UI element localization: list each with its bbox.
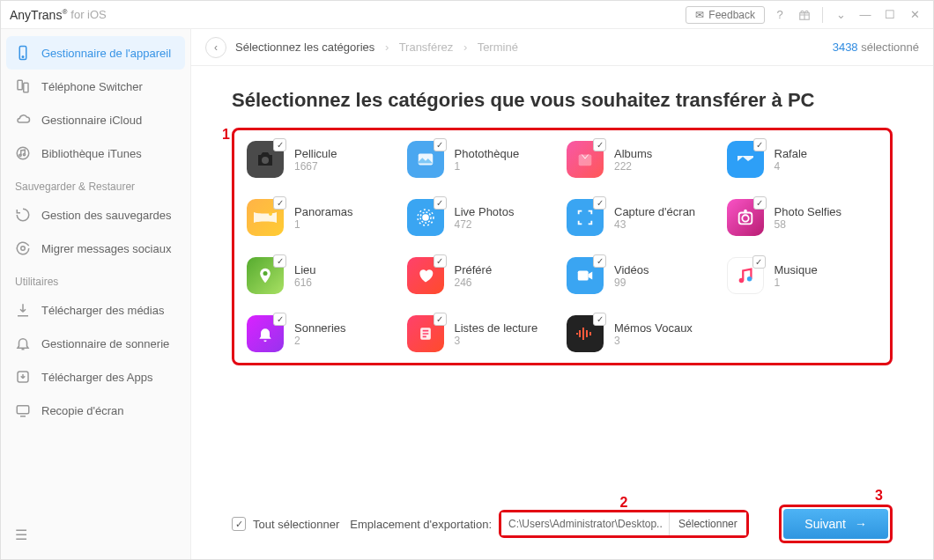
category-checkbox[interactable]: ✓ [434,313,447,326]
selfie-icon: ✓ [727,199,764,236]
category-heart[interactable]: ✓Préféré246 [407,257,559,294]
category-selfie[interactable]: ✓Photo Selfies58 [727,199,878,236]
category-checkbox[interactable]: ✓ [273,254,286,268]
category-photo[interactable]: ✓Photothèque1 [407,141,559,178]
category-pano[interactable]: ✓Panoramas1 [247,199,398,236]
sidebar-item-icloud-manager[interactable]: Gestionnaire iCloud [6,103,185,136]
next-button[interactable]: Suivant → [783,509,888,539]
category-label: Capture d'écran [614,205,695,218]
browse-button[interactable]: Sélectionner [669,512,746,535]
export-path-box: 2 Sélectionner [499,510,749,538]
category-music[interactable]: ✓Musique1 [727,257,878,294]
category-pin[interactable]: ✓Lieu616 [247,257,398,294]
footer-bar: ✓ Tout sélectionner Emplacement d'export… [191,496,933,559]
category-label: Lieu [294,263,316,276]
category-count: 2 [294,335,346,347]
category-album[interactable]: ✓Albums222 [567,141,718,178]
sidebar-item-download-media[interactable]: Télécharger des médias [6,293,185,327]
svg-rect-3 [18,80,22,90]
category-list[interactable]: ✓Listes de lecture3 [407,315,559,352]
help-icon[interactable]: ? [770,5,789,25]
category-checkbox[interactable]: ✓ [752,255,766,269]
category-live[interactable]: ✓Live Photos472 [407,199,559,236]
category-count: 1 [775,276,818,289]
mail-icon: ✉ [695,9,704,21]
chevron-down-icon[interactable]: ⌄ [831,5,850,25]
icloud-manager-icon [15,112,31,128]
album-icon: ✓ [567,141,604,178]
phone-switcher-icon [15,78,31,94]
maximize-icon[interactable]: ☐ [880,5,900,25]
svg-point-24 [738,278,744,284]
category-label: Photothèque [455,147,520,160]
music-icon: ✓ [727,257,764,294]
sidebar-item-backup-manager[interactable]: Gestion des sauvegardes [6,198,185,232]
category-checkbox[interactable]: ✓ [593,313,606,326]
sidebar-item-screen-mirror[interactable]: Recopie d'écran [6,394,185,427]
svg-rect-23 [578,271,589,281]
migrate-social-icon [15,240,31,256]
list-icon: ✓ [407,315,444,352]
sidebar-item-itunes-library[interactable]: Bibliothèque iTunes [6,136,185,170]
sidebar-item-label: Gestionnaire iCloud [41,114,142,127]
sidebar-item-device-manager[interactable]: Gestionnaire de l'appareil [6,36,185,70]
category-checkbox[interactable]: ✓ [593,254,606,268]
photo-icon: ✓ [407,141,444,178]
heart-icon: ✓ [407,257,444,294]
category-bell[interactable]: ✓Sonneries2 [247,315,398,352]
category-checkbox[interactable]: ✓ [593,138,606,151]
hamburger-icon[interactable]: ☰ [6,518,33,552]
category-label: Préféré [455,263,493,276]
category-label: Pellicule [294,147,337,160]
close-icon[interactable]: ✕ [905,5,924,25]
category-checkbox[interactable]: ✓ [753,138,767,151]
screen-mirror-icon [15,402,31,418]
feedback-button[interactable]: ✉ Feedback [686,6,765,24]
category-count: 246 [455,276,493,289]
category-label: Musique [775,263,818,276]
category-count: 222 [614,160,652,173]
page-title: Sélectionnez les catégories que vous sou… [232,89,893,112]
category-checkbox[interactable]: ✓ [434,196,447,210]
back-button[interactable]: ‹ [205,37,226,58]
sidebar-item-download-apps[interactable]: Télécharger des Apps [6,360,185,394]
export-path-input[interactable] [501,512,669,535]
category-checkbox[interactable]: ✓ [273,313,286,326]
svg-point-16 [423,215,428,220]
category-count: 472 [455,218,515,231]
category-label: Rafale [775,147,808,160]
category-checkbox[interactable]: ✓ [434,254,447,268]
sidebar-item-label: Gestion des sauvegardes [41,209,171,222]
category-label: Vidéos [614,263,649,276]
category-checkbox[interactable]: ✓ [273,138,286,151]
svg-rect-10 [17,406,29,414]
category-checkbox[interactable]: ✓ [434,138,447,151]
category-burst[interactable]: ✓Rafale4 [727,141,878,178]
screenshot-icon: ✓ [567,199,604,236]
sidebar-item-phone-switcher[interactable]: Téléphone Switcher [6,70,185,103]
sidebar-item-migrate-social[interactable]: Migrer messages sociaux [6,232,185,265]
category-camera[interactable]: ✓Pellicule1667 [247,141,398,178]
category-label: Listes de lecture [455,321,538,335]
category-screenshot[interactable]: ✓Capture d'écran43 [567,199,718,236]
sidebar-item-ringtone-manager[interactable]: Gestionnaire de sonnerie [6,327,185,360]
category-label: Photo Selfies [775,205,842,218]
category-voice[interactable]: ✓Mémos Vocaux3 [567,315,718,352]
category-checkbox[interactable]: ✓ [753,196,767,210]
annotation-2: 2 [619,495,627,511]
category-count: 43 [614,218,695,231]
select-all-checkbox[interactable]: ✓ [232,517,246,531]
sidebar-item-label: Bibliothèque iTunes [41,147,142,160]
live-icon: ✓ [407,199,444,236]
category-video[interactable]: ✓Vidéos99 [567,257,718,294]
category-count: 1 [455,160,520,173]
category-checkbox[interactable]: ✓ [273,196,286,210]
category-count: 58 [775,218,842,231]
minimize-icon[interactable]: — [856,5,875,25]
gift-icon[interactable] [795,5,814,25]
select-all-label: Tout sélectionner [253,518,339,531]
category-checkbox[interactable]: ✓ [593,196,606,210]
breadcrumb-row: ‹ Sélectionnez les catégories › Transfér… [191,29,933,66]
sidebar: Gestionnaire de l'appareilTéléphone Swit… [1,29,191,559]
itunes-library-icon [15,145,31,161]
